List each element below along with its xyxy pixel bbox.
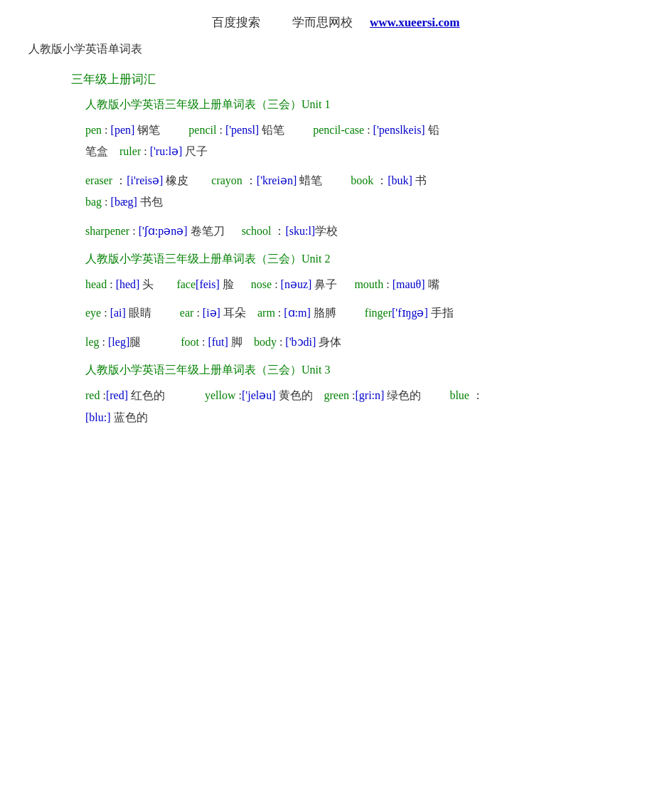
word-foot: foot <box>181 336 199 348</box>
word-crayon: crayon <box>211 174 242 186</box>
phonetic-foot: [fut] <box>208 336 228 348</box>
phonetic-red: [red] <box>106 389 128 401</box>
phonetic-eye: [ai] <box>110 307 126 319</box>
meaning-foot: 脚 <box>228 336 242 348</box>
unit-3-title: 人教版小学英语三年级上册单词表（三会）Unit 3 <box>85 363 644 378</box>
word-bag: bag <box>85 196 102 208</box>
word-green: green <box>324 389 350 401</box>
unit-1-vocab-block-2: eraser ：[i'reisə] 橡皮 crayon ：['kreiən] 蜡… <box>85 170 644 213</box>
phonetic-head: [hed] <box>116 278 140 290</box>
phonetic-pen: [pen] <box>111 124 135 136</box>
unit-3-vocab-block-1: red :[red] 红色的 yellow :['jeləu] 黄色的 gree… <box>85 385 644 428</box>
word-yellow: yellow <box>205 389 236 401</box>
meaning-crayon: 蜡笔 <box>297 174 322 186</box>
word-face: face <box>176 278 196 290</box>
unit-1-vocab-block-1: pen : [pen] 钢笔 pencil : ['pensl] 铅笔 penc… <box>85 120 644 163</box>
unit-1-vocab-block-3: sharpener : ['ʃɑ:pənə] 卷笔刀 school ：[sku:… <box>85 221 644 242</box>
phonetic-arm: [ɑ:m] <box>284 307 311 319</box>
word-pencil: pencil <box>188 124 216 136</box>
phonetic-finger: ['fɪŋgə] <box>392 307 428 319</box>
meaning-leg: 腿 <box>129 336 141 348</box>
phonetic-book: [buk] <box>388 174 412 186</box>
phonetic-ear: [iə] <box>203 307 220 319</box>
word-finger: finger <box>365 307 392 319</box>
word-ruler: ruler <box>119 145 141 157</box>
word-arm: arm <box>257 307 275 319</box>
meaning-bag: 书包 <box>137 196 163 208</box>
phonetic-blue: [blu:] <box>85 411 111 423</box>
phonetic-mouth: [mauθ] <box>393 278 425 290</box>
meaning-pen: 钢笔 <box>134 124 160 136</box>
grade-section: 三年级上册词汇 <box>71 71 644 88</box>
phonetic-crayon: ['kreiən] <box>257 174 297 186</box>
meaning-school: 学校 <box>315 225 338 237</box>
unit-1-title: 人教版小学英语三年级上册单词表（三会）Unit 1 <box>85 97 644 112</box>
meaning-head: 头 <box>139 278 154 290</box>
phonetic-pencil-case: ['penslkeis] <box>373 124 425 136</box>
meaning-blue: 蓝色的 <box>111 411 148 423</box>
phonetic-sharpener: ['ʃɑ:pənə] <box>139 225 188 237</box>
meaning-arm: 胳膊 <box>311 307 336 319</box>
unit-2-title: 人教版小学英语三年级上册单词表（三会）Unit 2 <box>85 252 644 267</box>
word-pen: pen <box>85 124 102 136</box>
meaning-book: 书 <box>412 174 427 186</box>
meaning-finger: 手指 <box>428 307 454 319</box>
unit-2-vocab-block-1: head : [hed] 头 face[feis] 脸 nose : [nəuz… <box>85 274 644 295</box>
word-eraser: eraser <box>85 174 112 186</box>
word-sharpener: sharpener <box>85 225 129 237</box>
phonetic-ruler: ['ru:lə] <box>150 145 183 157</box>
meaning-sharpener: 卷笔刀 <box>188 225 225 237</box>
xueersi-link[interactable]: www.xueersi.com <box>370 16 460 29</box>
meaning-green: 绿色的 <box>384 389 421 401</box>
word-blue: blue <box>449 389 469 401</box>
phonetic-body: ['bɔdi] <box>285 336 316 348</box>
meaning-pencil-case: 铅 <box>425 124 439 136</box>
unit-2-vocab-block-3: leg : [leg]腿 foot : [fut] 脚 body : ['bɔd… <box>85 332 644 353</box>
word-school: school <box>242 225 272 237</box>
phonetic-eraser: [i'reisə] <box>127 174 163 186</box>
meaning-face: 脸 <box>220 278 234 290</box>
meaning-body: 身体 <box>316 336 341 348</box>
word-head: head <box>85 278 107 290</box>
phonetic-school: [sku:l] <box>285 225 315 237</box>
phonetic-face: [feis] <box>196 278 220 290</box>
phonetic-yellow: ['jeləu] <box>242 389 276 401</box>
unit-2-vocab-block-2: eye : [ai] 眼睛 ear : [iə] 耳朵 arm : [ɑ:m] … <box>85 302 644 324</box>
meaning-ruler: 尺子 <box>182 145 208 157</box>
phonetic-bag: [bæg] <box>111 196 137 208</box>
phonetic-green: [gri:n] <box>356 389 385 401</box>
meaning-pencil: 铅笔 <box>259 124 284 136</box>
phonetic-nose: [nəuz] <box>281 278 312 290</box>
phonetic-leg: [leg] <box>108 336 129 348</box>
page-title: 人教版小学英语单词表 <box>28 42 644 57</box>
word-body: body <box>254 336 277 348</box>
phonetic-pencil: ['pensl] <box>225 124 259 136</box>
word-leg: leg <box>85 336 100 348</box>
meaning-ear: 耳朵 <box>220 307 246 319</box>
meaning-eraser: 橡皮 <box>163 174 188 186</box>
header: 百度搜索 学而思网校 www.xueersi.com <box>28 14 644 31</box>
word-pencil-case: pencil-case <box>313 124 364 136</box>
word-ear: ear <box>180 307 194 319</box>
meaning-eye: 眼睛 <box>126 307 151 319</box>
meaning-mouth: 嘴 <box>425 278 439 290</box>
word-book: book <box>351 174 373 186</box>
word-red: red <box>85 389 100 401</box>
word-mouth: mouth <box>354 278 383 290</box>
baidu-text: 百度搜索 <box>212 16 260 29</box>
word-nose: nose <box>251 278 272 290</box>
meaning-red: 红色的 <box>128 389 165 401</box>
word-eye: eye <box>85 307 101 319</box>
meaning-yellow: 黄色的 <box>276 389 313 401</box>
xueersi-text: 学而思网校 <box>292 16 353 29</box>
meaning-nose: 鼻子 <box>311 278 337 290</box>
